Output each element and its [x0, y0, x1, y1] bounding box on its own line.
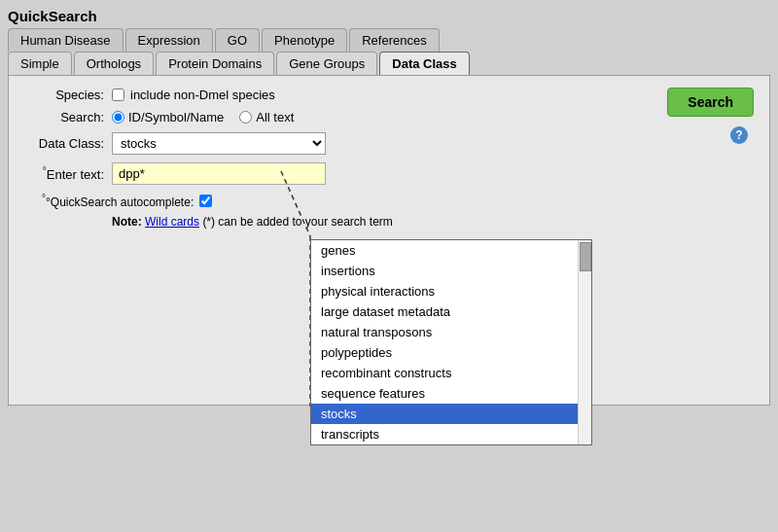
note-label: Note: [112, 215, 142, 229]
radio-group: ID/Symbol/Name All text [112, 110, 294, 124]
search-label: Search: [24, 110, 112, 124]
dropdown-item-genes[interactable]: genes [311, 240, 591, 261]
species-label: Species: [24, 88, 112, 102]
note-row: Note: Wild cards (*) can be added to you… [112, 215, 754, 229]
note-suffix: (*) can be added to your search term [202, 215, 392, 229]
tab-orthologs[interactable]: Orthologs [74, 52, 154, 75]
radio-all-text[interactable]: All text [239, 110, 294, 124]
radio-all-text-label: All text [256, 110, 294, 124]
tab-data-class[interactable]: Data Class [379, 52, 469, 75]
main-panel: Search ? Species: include non-Dmel speci… [8, 75, 770, 406]
dropdown-popup: genes insertions physical interactions l… [310, 239, 592, 445]
tab-go[interactable]: GO [215, 28, 260, 52]
app-container: QuickSearch Human Disease Expression GO … [0, 0, 778, 413]
autocomplete-checkbox[interactable] [199, 195, 212, 207]
autocomplete-row: °°QuickSearch autocomplete: [24, 193, 754, 209]
dropdown-item-insertions[interactable]: insertions [311, 261, 591, 281]
enter-text-row: °Enter text: [24, 162, 754, 185]
tab-simple[interactable]: Simple [8, 52, 72, 75]
dropdown-item-transcripts[interactable]: transcripts [311, 424, 591, 444]
dataclass-select[interactable]: stocks [112, 132, 326, 155]
species-checkbox-label[interactable]: include non-Dmel species [112, 88, 275, 102]
dataclass-row: Data Class: stocks [24, 132, 754, 155]
enter-text-label: °Enter text: [24, 165, 112, 182]
radio-id-symbol-label: ID/Symbol/Name [128, 110, 224, 124]
dropdown-item-natural-transposons[interactable]: natural transposons [311, 322, 591, 342]
tab-human-disease[interactable]: Human Disease [8, 28, 124, 52]
autocomplete-label-wrapper: °°QuickSearch autocomplete: [42, 193, 194, 209]
tab-protein-domains[interactable]: Protein Domains [156, 52, 274, 75]
app-title: QuickSearch [8, 8, 770, 24]
radio-all-text-input[interactable] [239, 111, 252, 124]
dataclass-label: Data Class: [24, 136, 112, 151]
tab-references[interactable]: References [349, 28, 439, 52]
help-icon[interactable]: ? [730, 126, 748, 144]
enter-text-input[interactable] [112, 162, 326, 185]
tab-phenotype[interactable]: Phenotype [262, 28, 347, 52]
dropdown-inner: genes insertions physical interactions l… [311, 240, 591, 444]
dropdown-item-large-dataset[interactable]: large dataset metadata [311, 301, 591, 322]
scrollbar-thumb[interactable] [580, 242, 591, 271]
tab-row-1: Human Disease Expression GO Phenotype Re… [8, 28, 770, 52]
search-button[interactable]: Search [667, 88, 754, 117]
species-checkbox-text: include non-Dmel species [130, 88, 275, 102]
dropdown-scrollbar[interactable] [578, 240, 591, 444]
tab-row-2: Simple Orthologs Protein Domains Gene Gr… [8, 52, 770, 75]
species-checkbox[interactable] [112, 89, 124, 101]
dropdown-item-physical-interactions[interactable]: physical interactions [311, 281, 591, 301]
dropdown-item-stocks[interactable]: stocks [311, 404, 591, 424]
dropdown-item-sequence-features[interactable]: sequence features [311, 383, 591, 404]
dropdown-item-recombinant-constructs[interactable]: recombinant constructs [311, 363, 591, 383]
search-row: Search: ID/Symbol/Name All text [24, 110, 754, 124]
dropdown-item-polypeptides[interactable]: polypeptides [311, 342, 591, 363]
autocomplete-label: °QuickSearch autocomplete: [46, 195, 194, 209]
wildcard-link[interactable]: Wild cards [145, 215, 199, 229]
radio-id-symbol-input[interactable] [112, 111, 124, 124]
species-row: Species: include non-Dmel species [24, 88, 754, 102]
tab-gene-groups[interactable]: Gene Groups [276, 52, 377, 75]
tab-expression[interactable]: Expression [125, 28, 213, 52]
radio-id-symbol[interactable]: ID/Symbol/Name [112, 110, 224, 124]
